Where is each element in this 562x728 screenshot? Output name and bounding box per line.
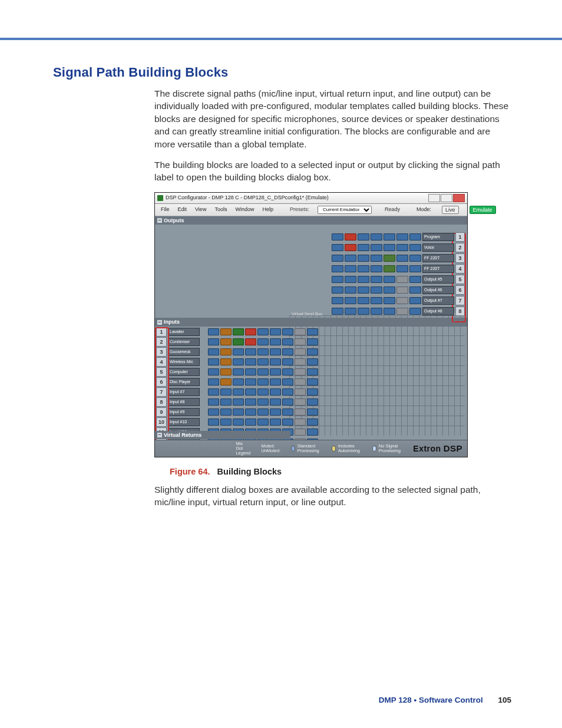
dsp-block[interactable] xyxy=(409,265,421,272)
input-label[interactable]: Input #8 xyxy=(168,398,200,406)
dsp-block[interactable] xyxy=(295,419,306,426)
dsp-block[interactable] xyxy=(295,429,306,436)
dsp-block[interactable] xyxy=(409,308,421,315)
input-label[interactable]: Computer xyxy=(168,368,200,376)
minimize-button[interactable] xyxy=(428,194,440,202)
dsp-block[interactable] xyxy=(208,338,219,345)
dsp-block[interactable] xyxy=(371,286,382,294)
input-row[interactable]: 1Lavalier xyxy=(155,327,467,337)
dsp-block[interactable] xyxy=(358,286,369,294)
dsp-block[interactable] xyxy=(384,233,395,241)
dsp-block[interactable] xyxy=(358,276,369,283)
dsp-block[interactable] xyxy=(358,244,369,251)
dsp-block[interactable] xyxy=(396,244,408,251)
dsp-block[interactable] xyxy=(295,368,306,375)
dsp-block[interactable] xyxy=(307,409,318,416)
dsp-block[interactable] xyxy=(270,338,281,345)
dsp-block[interactable] xyxy=(220,348,232,355)
dsp-block[interactable] xyxy=(295,328,306,335)
dsp-block[interactable] xyxy=(233,338,244,345)
dsp-block[interactable] xyxy=(409,297,421,304)
dsp-block[interactable] xyxy=(257,338,269,345)
dsp-block[interactable] xyxy=(295,358,306,365)
dsp-block[interactable] xyxy=(396,297,408,304)
dsp-block[interactable] xyxy=(220,368,232,375)
dsp-block[interactable] xyxy=(332,286,343,294)
dsp-block[interactable] xyxy=(233,388,244,396)
dsp-block[interactable] xyxy=(208,358,219,365)
dsp-block[interactable] xyxy=(270,419,281,426)
dsp-block[interactable] xyxy=(257,348,269,355)
dsp-block[interactable] xyxy=(220,378,232,386)
dsp-block[interactable] xyxy=(371,233,382,241)
dsp-block[interactable] xyxy=(345,244,356,251)
dsp-block[interactable] xyxy=(282,378,293,386)
menu-tools[interactable]: Tools xyxy=(214,206,227,214)
input-label[interactable]: Disc Player xyxy=(168,378,200,386)
dsp-block[interactable] xyxy=(233,328,244,335)
dsp-block[interactable] xyxy=(332,276,343,283)
dsp-block[interactable] xyxy=(307,378,318,386)
dsp-block[interactable] xyxy=(233,419,244,426)
output-number[interactable]: 8 xyxy=(455,307,465,316)
dsp-block[interactable] xyxy=(409,286,421,294)
menu-file[interactable]: File xyxy=(161,206,170,214)
dsp-block[interactable] xyxy=(282,338,293,345)
menu-help[interactable]: Help xyxy=(262,206,273,214)
collapse-icon[interactable]: − xyxy=(157,218,162,223)
dsp-block[interactable] xyxy=(282,328,293,335)
dsp-block[interactable] xyxy=(295,378,306,386)
dsp-block[interactable] xyxy=(282,409,293,416)
input-label[interactable]: Wireless Mic xyxy=(168,358,200,366)
output-row[interactable]: Output #77 xyxy=(332,297,465,305)
mode-live-button[interactable]: Live xyxy=(442,206,459,214)
input-row[interactable]: 9Input #9 xyxy=(155,407,467,417)
dsp-block[interactable] xyxy=(257,328,269,335)
dsp-block[interactable] xyxy=(245,378,256,386)
window-controls[interactable] xyxy=(428,194,465,202)
input-label[interactable]: Input #9 xyxy=(168,408,200,416)
menu-edit[interactable]: Edit xyxy=(178,206,187,214)
dsp-block[interactable] xyxy=(384,265,395,272)
dsp-block[interactable] xyxy=(358,308,369,315)
outputs-header[interactable]: − Outputs xyxy=(155,216,467,225)
dsp-block[interactable] xyxy=(270,398,281,406)
dsp-block[interactable] xyxy=(409,233,421,241)
output-row[interactable]: Output #66 xyxy=(332,286,465,294)
dsp-block[interactable] xyxy=(384,276,395,283)
output-number[interactable]: 2 xyxy=(455,243,465,252)
dsp-block[interactable] xyxy=(371,297,382,304)
output-label[interactable]: Output #6 xyxy=(422,286,454,294)
dsp-block[interactable] xyxy=(409,255,421,262)
input-label[interactable]: Input #7 xyxy=(168,388,200,396)
output-row[interactable]: Output #88 xyxy=(332,307,465,315)
input-row[interactable]: 8Input #8 xyxy=(155,397,467,407)
dsp-block[interactable] xyxy=(307,429,318,436)
output-label[interactable]: FF 220T xyxy=(422,265,454,273)
output-row[interactable]: FF 220T3 xyxy=(332,254,465,262)
dsp-block[interactable] xyxy=(384,286,395,294)
output-label[interactable]: Voice xyxy=(422,243,454,252)
dsp-block[interactable] xyxy=(233,378,244,386)
dsp-block[interactable] xyxy=(220,388,232,396)
dsp-block[interactable] xyxy=(307,419,318,426)
dsp-block[interactable] xyxy=(233,368,244,375)
dsp-block[interactable] xyxy=(345,286,356,294)
dsp-block[interactable] xyxy=(307,388,318,396)
dsp-block[interactable] xyxy=(371,244,382,251)
dsp-block[interactable] xyxy=(396,308,408,315)
dsp-block[interactable] xyxy=(208,348,219,355)
dsp-block[interactable] xyxy=(282,398,293,406)
dsp-block[interactable] xyxy=(208,328,219,335)
dsp-block[interactable] xyxy=(384,255,395,262)
dsp-block[interactable] xyxy=(257,388,269,396)
dsp-block[interactable] xyxy=(233,398,244,406)
dsp-block[interactable] xyxy=(245,348,256,355)
dsp-block[interactable] xyxy=(257,368,269,375)
dsp-block[interactable] xyxy=(345,308,356,315)
dsp-block[interactable] xyxy=(307,338,318,345)
dsp-block[interactable] xyxy=(233,348,244,355)
dsp-block[interactable] xyxy=(270,409,281,416)
dsp-block[interactable] xyxy=(257,378,269,386)
dsp-block[interactable] xyxy=(332,233,343,241)
